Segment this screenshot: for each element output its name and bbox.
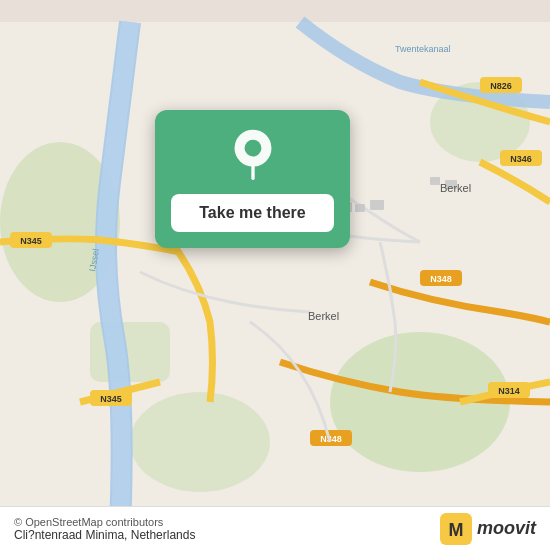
svg-text:M: M bbox=[448, 520, 463, 540]
svg-text:Berkel: Berkel bbox=[308, 310, 339, 322]
svg-text:N345: N345 bbox=[20, 236, 42, 246]
moovit-text: moovit bbox=[477, 518, 536, 539]
attribution: © OpenStreetMap contributors bbox=[14, 516, 195, 528]
svg-rect-22 bbox=[370, 200, 384, 210]
svg-point-3 bbox=[130, 392, 270, 492]
map-background: N345 N345 N826 N346 N348 N348 N314 bbox=[0, 0, 550, 550]
svg-rect-21 bbox=[355, 204, 365, 212]
svg-rect-23 bbox=[430, 177, 440, 185]
moovit-icon: M bbox=[440, 513, 472, 545]
svg-text:N826: N826 bbox=[490, 81, 512, 91]
svg-text:N346: N346 bbox=[510, 154, 532, 164]
svg-text:N348: N348 bbox=[430, 274, 452, 284]
svg-text:N348: N348 bbox=[320, 434, 342, 444]
map-info: © OpenStreetMap contributors Cli?ntenraa… bbox=[14, 516, 195, 542]
take-me-there-button[interactable]: Take me there bbox=[171, 194, 334, 232]
svg-text:Berkel: Berkel bbox=[440, 182, 471, 194]
location-name: Cli?ntenraad Minima, Netherlands bbox=[14, 528, 195, 542]
svg-text:N345: N345 bbox=[100, 394, 122, 404]
popup-card[interactable]: Take me there bbox=[155, 110, 350, 248]
svg-text:Twentekanaal: Twentekanaal bbox=[395, 44, 451, 54]
svg-point-30 bbox=[244, 140, 261, 157]
bottom-bar: © OpenStreetMap contributors Cli?ntenraa… bbox=[0, 506, 550, 550]
svg-text:N314: N314 bbox=[498, 386, 520, 396]
moovit-logo: M moovit bbox=[440, 513, 536, 545]
pin-icon bbox=[227, 128, 279, 180]
map-container: N345 N345 N826 N346 N348 N348 N314 bbox=[0, 0, 550, 550]
